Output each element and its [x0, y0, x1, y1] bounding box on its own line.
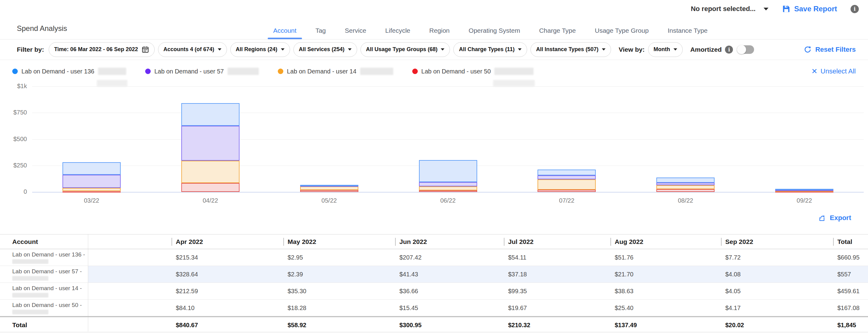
export-label: Export [830, 214, 851, 222]
legend-dot [145, 69, 151, 74]
amortized-toggle[interactable] [737, 45, 754, 54]
time-filter-pill[interactable]: Time: 06 Mar 2022 - 06 Sep 2022 [49, 42, 155, 57]
filter-pill-label: All Usage Type Groups (68) [366, 46, 438, 53]
bar-segment-lab-on-demand-user-136[interactable] [419, 160, 477, 182]
tab-tag[interactable]: Tag [315, 27, 327, 39]
bar-segment-lab-on-demand-user-50[interactable] [181, 183, 240, 192]
total-value-cell: $1,845 [833, 317, 868, 333]
bar-segment-lab-on-demand-user-14[interactable] [181, 161, 240, 183]
report-selector-dropdown[interactable]: No report selected... [691, 5, 769, 13]
filter-pill-all-usage-type-groups-68[interactable]: All Usage Type Groups (68) [361, 42, 450, 57]
filter-pill-all-regions-24[interactable]: All Regions (24) [230, 42, 290, 57]
tab-bar: AccountTagServiceLifecycleRegionOperatin… [273, 27, 708, 39]
legend-item-lab-on-demand-user-50[interactable]: Lab on Demand - user 50 [412, 68, 534, 75]
filter-pill-all-services-254[interactable]: All Services (254) [293, 42, 357, 57]
total-value-cell: $137.49 [611, 317, 721, 333]
view-by-pill[interactable]: Month [648, 42, 683, 57]
filter-pill-label: All Instance Types (507) [536, 46, 598, 53]
bar-segment-lab-on-demand-user-14[interactable] [656, 185, 715, 189]
info-icon[interactable]: i [850, 5, 859, 13]
bar-segment-lab-on-demand-user-136[interactable] [775, 189, 833, 190]
value-cell: $4.17 [721, 300, 833, 316]
calendar-icon [142, 45, 149, 53]
bar-segment-lab-on-demand-user-14[interactable] [419, 187, 477, 190]
y-axis-label: 0 [0, 188, 27, 195]
x-axis-label: 07/22 [507, 197, 626, 204]
bar-segment-lab-on-demand-user-50[interactable] [62, 191, 121, 193]
bar-segment-lab-on-demand-user-57[interactable] [181, 126, 240, 160]
value-cell: $38.63 [611, 283, 721, 299]
bar-segment-lab-on-demand-user-14[interactable] [537, 179, 596, 190]
filter-pill-all-instance-types-507[interactable]: All Instance Types (507) [530, 42, 611, 57]
legend-label: Lab on Demand - user 57 [154, 68, 224, 75]
bar-segment-lab-on-demand-user-57[interactable] [62, 175, 121, 188]
chevron-down-icon [518, 48, 522, 51]
value-cell: $7.72 [721, 249, 833, 266]
top-bar: No report selected... Save Report i [0, 0, 868, 18]
bar-segment-lab-on-demand-user-57[interactable] [656, 183, 715, 185]
legend-item-lab-on-demand-user-14[interactable]: Lab on Demand - user 14 [278, 68, 393, 75]
reset-filters-label: Reset Filters [815, 45, 856, 54]
table-body: Lab on Demand - user 136 -$215.34$2.95$2… [0, 249, 868, 316]
bar-segment-lab-on-demand-user-14[interactable] [62, 188, 121, 191]
tab-lifecycle[interactable]: Lifecycle [385, 27, 411, 39]
legend-item-lab-on-demand-user-136[interactable]: Lab on Demand - user 136 [12, 68, 126, 75]
filter-pill-label: All Services (254) [299, 46, 345, 53]
gridline [32, 139, 864, 140]
bar-segment-lab-on-demand-user-136[interactable] [181, 103, 240, 126]
bar-segment-lab-on-demand-user-50[interactable] [300, 190, 358, 192]
column-tick [172, 238, 172, 246]
close-icon: ✕ [811, 68, 817, 75]
tab-charge-type[interactable]: Charge Type [538, 27, 577, 39]
amortized-label: Amortized [690, 46, 722, 53]
column-tick [611, 238, 611, 246]
info-icon[interactable]: i [725, 45, 733, 54]
page-bottom-strip [0, 331, 868, 333]
legend-dot [12, 69, 18, 74]
refresh-icon [804, 45, 812, 54]
legend-item-lab-on-demand-user-57[interactable]: Lab on Demand - user 57 [145, 68, 259, 75]
tab-usage-type-group[interactable]: Usage Type Group [594, 27, 649, 39]
chevron-down-icon [281, 48, 284, 51]
export-button[interactable]: Export [818, 214, 851, 222]
column-header-label: May 2022 [288, 238, 316, 245]
value-cell: $660.95 [833, 249, 868, 266]
bar-segment-lab-on-demand-user-14[interactable] [300, 187, 358, 190]
total-value-cell: $840.67 [88, 317, 283, 333]
bar-segment-lab-on-demand-user-57[interactable] [537, 175, 596, 179]
save-report-label: Save Report [794, 5, 837, 13]
value-cell: $15.45 [395, 300, 504, 316]
report-selector-label: No report selected... [691, 5, 755, 13]
tab-service[interactable]: Service [344, 27, 367, 39]
bar-segment-lab-on-demand-user-136[interactable] [62, 162, 121, 175]
unselect-all-button[interactable]: ✕ Unselect All [811, 67, 856, 75]
title-bar: Spend Analysis AccountTagServiceLifecycl… [0, 18, 868, 39]
bar-segment-lab-on-demand-user-136[interactable] [656, 177, 715, 183]
bar-segment-lab-on-demand-user-136[interactable] [300, 185, 358, 186]
tab-instance-type[interactable]: Instance Type [667, 27, 708, 39]
tab-account[interactable]: Account [273, 27, 297, 39]
value-cell: $212.59 [88, 283, 283, 299]
account-name: Lab on Demand - user 57 - [12, 268, 88, 274]
bar-segment-lab-on-demand-user-50[interactable] [656, 189, 715, 192]
filter-pill-accounts-4-of-674[interactable]: Accounts 4 (of 674) [158, 42, 227, 57]
column-tick [833, 238, 834, 246]
value-cell: $4.05 [721, 283, 833, 299]
bar-segment-lab-on-demand-user-50[interactable] [537, 190, 596, 192]
tab-operating-system[interactable]: Operating System [468, 27, 521, 39]
filter-pill-all-charge-types-11[interactable]: All Charge Types (11) [453, 42, 527, 57]
column-header-jul-2022: Jul 2022 [504, 234, 611, 249]
bar-segment-lab-on-demand-user-50[interactable] [419, 190, 477, 192]
save-report-button[interactable]: Save Report [782, 5, 837, 13]
bar-segment-lab-on-demand-user-57[interactable] [419, 182, 477, 187]
chevron-down-icon [348, 48, 351, 51]
column-header-total: Total [833, 234, 868, 249]
view-by-value: Month [654, 46, 670, 53]
filter-by-label: Filter by: [17, 46, 44, 53]
account-name: Lab on Demand - user 50 - [12, 302, 88, 308]
bar-segment-lab-on-demand-user-136[interactable] [537, 170, 596, 175]
column-header-may-2022: May 2022 [283, 234, 395, 249]
tab-region[interactable]: Region [429, 27, 450, 39]
reset-filters-button[interactable]: Reset Filters [804, 45, 856, 54]
column-tick [721, 238, 722, 246]
